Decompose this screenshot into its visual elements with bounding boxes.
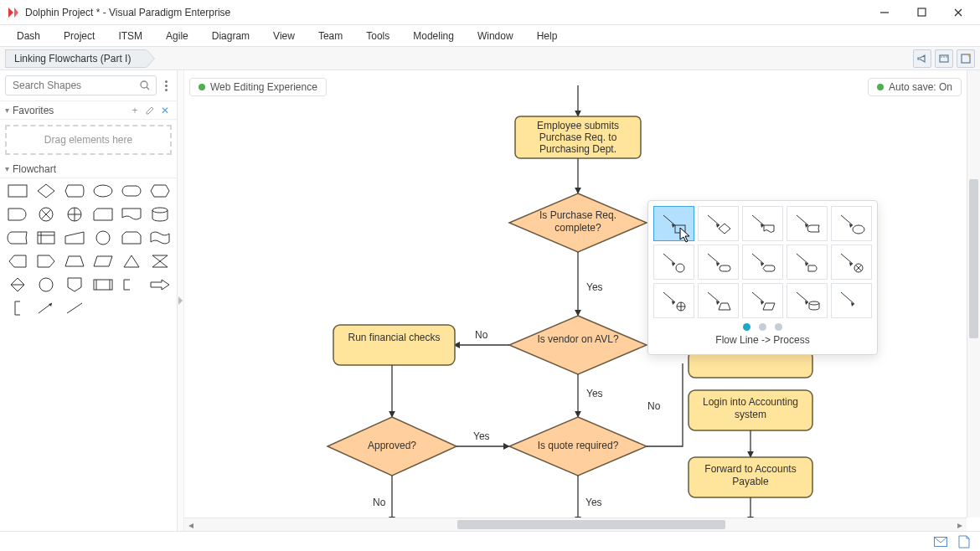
svg-line-83 [663,292,675,302]
megaphone-icon[interactable] [913,49,931,68]
shape-collate[interactable] [149,254,171,269]
shape-line-arrow[interactable] [35,301,57,316]
menu-dash[interactable]: Dash [5,25,52,46]
shape-document[interactable] [121,207,142,222]
menu-tools[interactable]: Tools [354,25,401,46]
chevron-down-icon[interactable]: ▾ [5,164,9,173]
shape-card[interactable] [92,207,114,222]
shape-sum-junction[interactable] [35,207,57,222]
shape-display[interactable] [64,183,85,198]
popup-cell-delay[interactable] [787,245,828,280]
menu-help[interactable]: Help [525,25,570,46]
menu-window[interactable]: Window [466,25,525,46]
menu-team[interactable]: Team [307,25,354,46]
mail-icon[interactable] [933,534,948,549]
shape-offpage-right[interactable] [35,254,57,269]
popup-cell-connector[interactable] [653,245,694,280]
svg-rect-57 [675,225,685,233]
menu-modeling[interactable]: Modeling [401,25,466,46]
shape-arrow-right[interactable] [149,277,171,292]
node-decision-avl[interactable]: Is vendor on AVL? [509,316,647,374]
shape-diamond[interactable] [35,183,57,198]
svg-line-61 [752,215,764,225]
shape-loop-limit[interactable] [121,230,142,245]
shape-predefined[interactable] [92,277,114,292]
pager-dot[interactable] [775,323,782,331]
label-no: No [373,497,386,508]
shape-sort[interactable] [7,277,28,292]
popup-cell-stored[interactable] [787,206,828,241]
shape-manual-input[interactable] [64,230,85,245]
menu-itsm[interactable]: ITSM [106,25,154,46]
shape-trapezoid[interactable] [64,254,85,269]
shape-bracket[interactable] [7,301,28,316]
pager-dot[interactable] [743,323,750,331]
node-decision-quote[interactable]: Is quote required? [509,417,647,476]
shape-rectangle[interactable] [7,183,28,198]
label-yes: Yes [473,430,490,442]
container-icon[interactable] [935,49,953,68]
shape-triangle[interactable] [121,254,142,269]
plus-icon[interactable]: + [128,104,142,117]
shape-annotation[interactable] [121,277,142,292]
close-panel-icon[interactable]: ✕ [158,104,172,117]
svg-line-55 [663,215,675,225]
popup-cell-document[interactable] [742,206,783,241]
maximize-button[interactable] [903,0,940,25]
shape-hexagon[interactable] [149,183,171,198]
popup-cell-or[interactable] [653,283,694,318]
menu-view[interactable]: View [261,25,307,46]
popup-cell-process[interactable] [653,206,694,241]
popup-cell-decision[interactable] [698,206,739,241]
chevron-down-icon[interactable]: ▾ [5,106,9,115]
shape-ellipse[interactable] [92,183,114,198]
panel-splitter[interactable] [178,70,184,531]
popup-cell-ellipse[interactable] [831,206,872,241]
vertical-scrollbar[interactable] [967,70,980,518]
node-process-login[interactable]: Login into Accounting system [689,390,812,430]
favorites-dropzone[interactable]: Drag elements here [5,125,172,155]
shape-offpage-conn[interactable] [64,277,85,292]
menu-project[interactable]: Project [52,25,106,46]
shape-circle[interactable] [92,230,114,245]
shape-internal-storage[interactable] [35,230,57,245]
shape-delay[interactable] [7,207,28,222]
pencil-icon[interactable] [143,104,157,117]
horizontal-scrollbar[interactable]: ◂ ▸ [184,518,967,531]
node-process-start[interactable]: Employee submits Purchase Req. to Purcha… [515,116,641,158]
shape-tape[interactable] [149,230,171,245]
popup-cell-database[interactable] [787,283,828,318]
shape-terminator[interactable] [121,183,142,198]
svg-marker-90 [719,303,730,310]
menu-diagram[interactable]: Diagram [200,25,261,46]
node-decision-complete[interactable]: Is Purchase Req. complete? [509,193,647,252]
more-options-icon[interactable] [160,80,172,91]
menu-agile[interactable]: Agile [154,25,200,46]
shape-or[interactable] [64,207,85,222]
minimize-button[interactable] [866,0,903,25]
note-icon[interactable] [957,534,972,549]
pager-dot[interactable] [759,323,766,331]
popup-cell-trapezoid[interactable] [698,283,739,318]
popup-cell-parallelogram[interactable] [742,283,783,318]
search-icon [139,80,151,91]
svg-point-28 [96,231,110,245]
search-input[interactable] [6,76,156,95]
breadcrumb[interactable]: Linking Flowcharts (Part I) [5,49,146,68]
svg-rect-11 [8,185,27,197]
popup-cell-blank[interactable] [831,283,872,318]
node-decision-approved[interactable]: Approved? [328,417,456,476]
shape-connector-circle[interactable] [35,277,57,292]
popup-cell-sum[interactable] [831,245,872,280]
node-process-checks[interactable]: Run financial checks [333,325,455,365]
close-button[interactable] [940,0,977,25]
new-diagram-icon[interactable] [957,49,975,68]
shape-line[interactable] [64,301,85,316]
shape-parallelogram[interactable] [92,254,114,269]
popup-cell-display[interactable] [742,245,783,280]
shape-offpage-left[interactable] [7,254,28,269]
shape-database[interactable] [149,207,171,222]
shape-stored-data[interactable] [7,230,28,245]
node-process-forward[interactable]: Forward to Accounts Payable [689,457,812,497]
popup-cell-terminator[interactable] [698,245,739,280]
